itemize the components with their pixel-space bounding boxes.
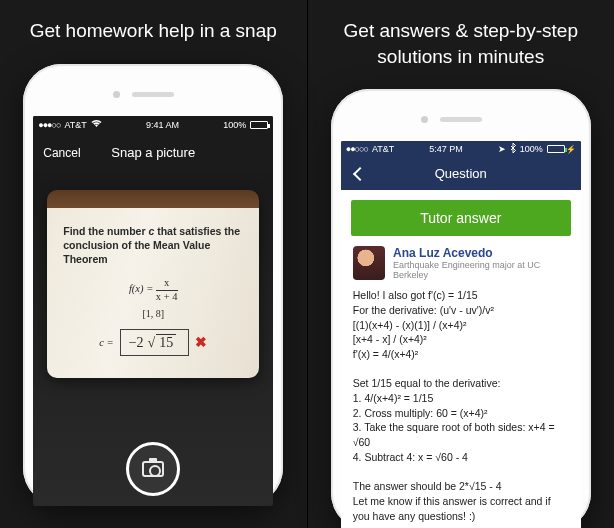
chevron-left-icon bbox=[353, 167, 367, 181]
phone-mockup-right: ●●○○○ AT&T 5:47 PM ➤ 100% ⚡ Question bbox=[331, 89, 591, 528]
c-equals-label: c = bbox=[99, 337, 113, 348]
battery-pct: 100% bbox=[223, 120, 246, 130]
problem-text: Find the number c that satisfies the con… bbox=[63, 224, 243, 267]
bluetooth-icon bbox=[510, 143, 516, 155]
front-camera-dot bbox=[421, 116, 428, 123]
desk-strip bbox=[47, 190, 259, 208]
battery-icon bbox=[250, 121, 268, 129]
status-bar: ●●○○○ AT&T 5:47 PM ➤ 100% ⚡ bbox=[341, 141, 581, 157]
promo-panel-right: Get answers & step-by-step solutions in … bbox=[307, 0, 615, 528]
captured-paper: Find the number c that satisfies the con… bbox=[47, 208, 259, 379]
radical-icon: √15 bbox=[148, 334, 177, 351]
phone-mockup-left: ●●●○○ AT&T 9:41 AM 100% Cancel Snap a pi… bbox=[23, 64, 283, 506]
phone-speaker bbox=[132, 92, 174, 97]
status-time: 5:47 PM bbox=[429, 144, 463, 154]
function-expression: f(x) = x x + 4 bbox=[63, 278, 243, 302]
front-camera-dot bbox=[113, 91, 120, 98]
wifi-icon bbox=[91, 119, 102, 130]
camera-icon bbox=[142, 461, 164, 477]
signal-dots-icon: ●●●○○ bbox=[38, 120, 60, 130]
shutter-button[interactable] bbox=[126, 442, 180, 496]
viewfinder-frame: Find the number c that satisfies the con… bbox=[47, 190, 259, 379]
camera-viewport: Find the number c that satisfies the con… bbox=[33, 172, 273, 506]
tutor-header: Ana Luz Acevedo Earthquake Engineering m… bbox=[341, 246, 581, 286]
tutor-name[interactable]: Ana Luz Acevedo bbox=[393, 246, 569, 260]
answer-body-text: Hello! I also got f'(c) = 1/15 For the d… bbox=[341, 286, 581, 528]
nav-bar: Question bbox=[341, 157, 581, 190]
phone-screen-left: ●●●○○ AT&T 9:41 AM 100% Cancel Snap a pi… bbox=[33, 116, 273, 506]
battery-charging-icon: ⚡ bbox=[547, 145, 576, 154]
clear-answer-icon[interactable]: ✖ bbox=[195, 334, 207, 351]
phone-screen-right: ●●○○○ AT&T 5:47 PM ➤ 100% ⚡ Question bbox=[341, 141, 581, 528]
interval-text: [1, 8] bbox=[63, 308, 243, 319]
nav-bar: Cancel Snap a picture bbox=[33, 134, 273, 172]
status-bar: ●●●○○ AT&T 9:41 AM 100% bbox=[33, 116, 273, 134]
battery-pct: 100% bbox=[520, 144, 543, 154]
tutor-answer-banner: Tutor answer bbox=[351, 200, 571, 236]
headline-right: Get answers & step-by-step solutions in … bbox=[316, 18, 607, 69]
phone-speaker bbox=[440, 117, 482, 122]
promo-panel-left: Get homework help in a snap ●●●○○ AT&T 9… bbox=[0, 0, 307, 528]
location-icon: ➤ bbox=[498, 144, 506, 154]
carrier-label: AT&T bbox=[372, 144, 394, 154]
tutor-subtitle: Earthquake Engineering major at UC Berke… bbox=[393, 260, 569, 280]
answer-input-box[interactable]: −2 √15 bbox=[120, 329, 190, 356]
tutor-avatar[interactable] bbox=[353, 246, 385, 280]
carrier-label: AT&T bbox=[64, 120, 86, 130]
answer-content: Tutor answer Ana Luz Acevedo Earthquake … bbox=[341, 190, 581, 528]
back-button[interactable] bbox=[341, 169, 365, 179]
headline-left: Get homework help in a snap bbox=[20, 18, 287, 44]
nav-title: Question bbox=[341, 166, 581, 181]
answer-row: c = −2 √15 ✖ bbox=[63, 329, 243, 356]
signal-dots-icon: ●●○○○ bbox=[346, 144, 368, 154]
status-time: 9:41 AM bbox=[146, 120, 179, 130]
cancel-button[interactable]: Cancel bbox=[33, 146, 80, 160]
